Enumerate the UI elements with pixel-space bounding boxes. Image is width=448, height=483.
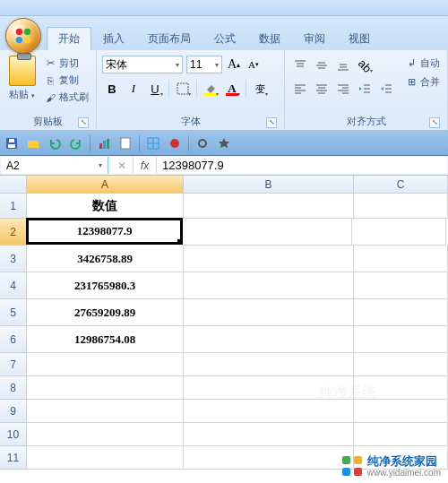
font-name-combo[interactable]: 宋体▾ [102, 56, 183, 73]
cell[interactable] [184, 423, 354, 446]
align-center-button[interactable] [312, 79, 332, 99]
align-middle-icon [315, 59, 328, 72]
cell[interactable] [184, 376, 354, 400]
cell[interactable] [354, 272, 448, 299]
cell[interactable]: 12986754.08 [27, 326, 184, 353]
save-button[interactable] [4, 135, 20, 151]
paste-icon[interactable] [9, 56, 36, 86]
cancel-formula-button[interactable]: ✕ [110, 157, 134, 174]
cell[interactable] [27, 400, 184, 423]
row-header[interactable]: 11 [0, 446, 27, 470]
cell[interactable] [182, 219, 352, 246]
cell[interactable] [354, 423, 448, 446]
wrap-text-button[interactable]: ↲自动 [403, 56, 442, 71]
tab-formulas[interactable]: 公式 [202, 27, 247, 50]
row-header[interactable]: 9 [0, 400, 27, 423]
font-color-button[interactable]: A▾ [222, 79, 242, 99]
alignment-expand-icon[interactable]: ⤡ [429, 117, 440, 128]
cell[interactable] [184, 446, 354, 470]
align-left-button[interactable] [290, 79, 310, 99]
align-right-button[interactable] [333, 79, 353, 99]
qat-button-8[interactable] [167, 135, 183, 151]
cell[interactable] [27, 423, 184, 446]
office-button[interactable] [5, 18, 41, 54]
qat-chart-button[interactable] [96, 135, 112, 151]
cell[interactable] [27, 353, 184, 376]
cell[interactable] [354, 400, 448, 423]
row-header[interactable]: 10 [0, 423, 27, 446]
cell[interactable] [184, 272, 354, 299]
qat-button-2[interactable] [25, 135, 41, 151]
column-header-b[interactable]: B [184, 176, 354, 194]
row-header[interactable]: 5 [0, 299, 27, 326]
cell[interactable]: 27659209.89 [27, 299, 184, 326]
cell-selected[interactable]: 12398077.9 [26, 218, 183, 245]
cell[interactable] [354, 194, 448, 219]
decrease-indent-button[interactable] [355, 79, 375, 99]
name-box[interactable]: A2▾ [1, 157, 108, 174]
format-painter-button[interactable]: 🖌格式刷 [42, 90, 90, 105]
cell[interactable] [354, 326, 448, 353]
cell[interactable] [354, 376, 448, 400]
align-middle-button[interactable] [312, 56, 332, 75]
grow-font-button[interactable]: A▴ [226, 56, 242, 73]
orientation-button[interactable]: ab▾ [355, 56, 375, 75]
font-size-combo[interactable]: 11▾ [186, 56, 222, 73]
cell[interactable]: 3426758.89 [27, 246, 184, 272]
fill-color-button[interactable]: ▾ [201, 79, 220, 99]
row-header[interactable]: 3 [0, 246, 27, 272]
cell[interactable] [184, 194, 354, 219]
align-top-button[interactable] [290, 56, 310, 75]
font-expand-icon[interactable]: ⤡ [266, 117, 277, 128]
clipboard-expand-icon[interactable]: ⤡ [78, 117, 89, 128]
align-bottom-button[interactable] [333, 56, 353, 75]
cell[interactable] [352, 219, 446, 246]
italic-button[interactable]: I [124, 79, 143, 99]
bold-button[interactable]: B [102, 79, 122, 99]
row-header[interactable]: 4 [0, 272, 27, 299]
cell[interactable]: 231765980.3 [27, 272, 184, 299]
cell[interactable] [354, 353, 448, 376]
select-all-corner[interactable] [0, 176, 27, 194]
border-button[interactable]: ▾ [173, 79, 193, 99]
tab-data[interactable]: 数据 [247, 27, 292, 50]
cell[interactable] [184, 400, 354, 423]
cell[interactable] [184, 326, 354, 353]
column-header-a[interactable]: A [27, 176, 184, 194]
qat-button-9[interactable] [194, 135, 211, 151]
cell[interactable] [184, 246, 354, 272]
row-header[interactable]: 8 [0, 376, 27, 400]
redo-button[interactable] [68, 135, 84, 151]
qat-button-10[interactable] [216, 135, 232, 151]
phonetic-button[interactable]: 变▾ [250, 79, 270, 99]
cut-button[interactable]: ✂剪切 [42, 56, 90, 71]
tab-review[interactable]: 审阅 [292, 27, 337, 50]
cell[interactable] [354, 246, 448, 272]
formula-input[interactable]: 12398077.9 [157, 159, 447, 172]
qat-button-7[interactable] [145, 135, 161, 151]
underline-button[interactable]: U▾ [145, 79, 165, 99]
merge-button[interactable]: ⊞合并 [403, 74, 442, 90]
cell[interactable]: 数值 [27, 194, 184, 219]
copy-button[interactable]: ⎘复制 [42, 73, 90, 88]
undo-button[interactable] [47, 135, 63, 151]
tab-view[interactable]: 视图 [337, 27, 382, 50]
cell[interactable] [184, 299, 354, 326]
increase-indent-button[interactable] [376, 79, 396, 99]
tab-page-layout[interactable]: 页面布局 [136, 27, 202, 50]
tab-home[interactable]: 开始 [47, 27, 91, 50]
cell[interactable] [27, 446, 184, 470]
cell[interactable] [184, 353, 354, 376]
qat-button-6[interactable] [117, 135, 134, 151]
cell[interactable] [27, 376, 184, 400]
row-header[interactable]: 7 [0, 353, 27, 376]
cell[interactable] [354, 299, 448, 326]
paste-button[interactable]: 粘贴 ▾ [9, 88, 35, 101]
shrink-font-button[interactable]: A▾ [246, 56, 262, 73]
row-header[interactable]: 6 [0, 326, 27, 353]
row-header[interactable]: 2 [0, 219, 27, 246]
row-header[interactable]: 1 [0, 194, 27, 219]
column-header-c[interactable]: C [354, 176, 448, 194]
fx-button[interactable]: fx [134, 157, 157, 174]
tab-insert[interactable]: 插入 [91, 27, 136, 50]
